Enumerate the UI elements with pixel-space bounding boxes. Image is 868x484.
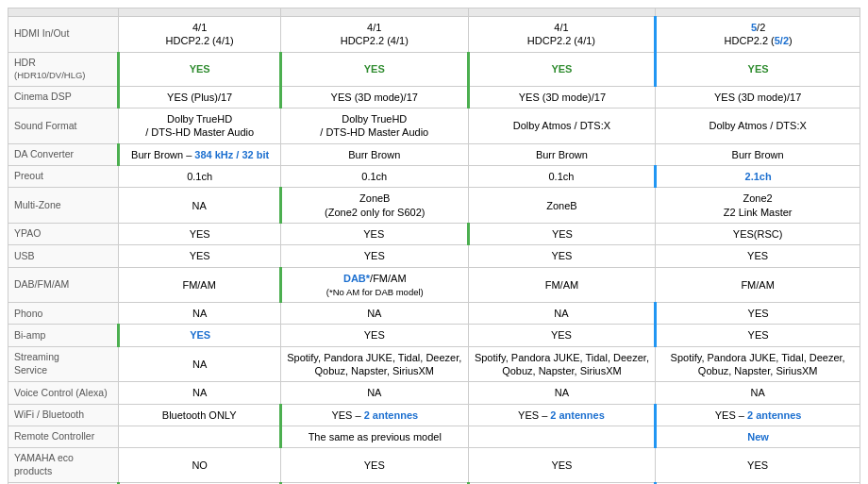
v685-cell: Dolby Atmos / DTS:X	[656, 108, 860, 144]
v385-cell	[119, 426, 281, 447]
v585-cell: YES	[468, 245, 656, 267]
feature-cell: USB	[8, 245, 119, 267]
v385-cell: YES	[119, 52, 281, 86]
v385-cell: Burr Brown – 384 kHz / 32 bit	[119, 143, 281, 165]
table-row: Remote ControllerThe same as previous mo…	[8, 426, 860, 447]
v585-cell: 0.1ch	[468, 166, 656, 188]
v585-cell: YES	[468, 325, 656, 346]
feature-cell: Sound Format	[8, 108, 119, 144]
table-row: Bi-ampYESYESYESYES	[8, 325, 860, 346]
feature-cell: Cinema DSP	[8, 86, 119, 108]
v385-cell: YES	[119, 245, 281, 267]
table-row: StreamingServiceNASpotify, Pandora JUKE,…	[8, 346, 860, 382]
feature-cell: Phono	[8, 303, 119, 325]
feature-cell: YAMAHA eco products	[8, 448, 119, 482]
v585-cell: YES	[468, 448, 656, 482]
v485-cell: Burr Brown	[280, 143, 468, 165]
v385-cell: FM/AM	[119, 267, 281, 303]
table-row: YPAOYESYESYESYES(RSC)	[8, 223, 860, 244]
v485-cell: YES – 2 antennes	[280, 404, 468, 426]
v485-cell: YES	[280, 223, 468, 244]
header-feature	[8, 8, 119, 17]
v585-cell: Dolby Atmos / DTS:X	[468, 108, 656, 144]
v685-cell: YES(RSC)	[656, 223, 860, 244]
table-row: Sound FormatDolby TrueHD/ DTS-HD Master …	[8, 108, 860, 144]
v585-cell: ZoneB	[468, 188, 656, 224]
header-v685	[656, 8, 860, 17]
v685-cell: YES	[656, 303, 860, 325]
v385-cell: NO	[119, 448, 281, 482]
v485-cell: 4/1HDCP2.2 (4/1)	[280, 17, 468, 53]
v685-cell: 5/2HDCP2.2 (5/2)	[656, 17, 860, 53]
v685-cell: 2.1ch	[656, 166, 860, 188]
v585-cell: YES	[468, 52, 656, 86]
feature-cell: Bi-amp	[8, 325, 119, 346]
v585-cell: YES – 2 antennes	[468, 404, 656, 426]
v385-cell: YES (Plus)/17	[119, 86, 281, 108]
table-row: WiFi / BluetoothBluetooth ONLYYES – 2 an…	[8, 404, 860, 426]
table-row: Preout0.1ch0.1ch0.1ch2.1ch	[8, 166, 860, 188]
table-row: PhonoNANANAYES	[8, 303, 860, 325]
v685-cell: NA	[656, 382, 860, 404]
feature-cell: YPAO	[8, 223, 119, 244]
v585-cell	[468, 426, 656, 447]
table-row: DA ConverterBurr Brown – 384 kHz / 32 bi…	[8, 143, 860, 165]
feature-cell: HDMI In/Out	[8, 17, 119, 53]
page: HDMI In/Out4/1HDCP2.2 (4/1)4/1HDCP2.2 (4…	[0, 0, 868, 484]
feature-cell: HDR(HDR10/DV/HLG)	[8, 52, 119, 86]
v485-cell: Spotify, Pandora JUKE, Tidal, Deezer,Qob…	[280, 346, 468, 382]
header-v585	[468, 8, 656, 17]
table-row: HDR(HDR10/DV/HLG)YESYESYESYES	[8, 52, 860, 86]
v385-cell: 0.1ch	[119, 166, 281, 188]
v685-cell: FM/AM	[656, 267, 860, 303]
v585-cell: FM/AM	[468, 267, 656, 303]
v485-cell: NA	[280, 303, 468, 325]
v485-cell: YES	[280, 325, 468, 346]
header-v485	[280, 8, 468, 17]
feature-cell: Remote Controller	[8, 426, 119, 447]
v485-cell: DAB*/FM/AM(*No AM for DAB model)	[280, 267, 468, 303]
v385-cell: NA	[119, 188, 281, 224]
v385-cell: 4/1HDCP2.2 (4/1)	[119, 17, 281, 53]
v685-cell: Burr Brown	[656, 143, 860, 165]
v485-cell: YES	[280, 245, 468, 267]
v685-cell: Spotify, Pandora JUKE, Tidal, Deezer,Qob…	[656, 346, 860, 382]
header-row	[8, 8, 860, 17]
v485-cell: YES	[280, 448, 468, 482]
v585-cell: Spotify, Pandora JUKE, Tidal, Deezer,Qob…	[468, 346, 656, 382]
v385-cell: YES	[119, 223, 281, 244]
v585-cell: YES (3D mode)/17	[468, 86, 656, 108]
v685-cell: New	[656, 426, 860, 447]
v485-cell: YES	[280, 52, 468, 86]
v685-cell: YES (3D mode)/17	[656, 86, 860, 108]
v385-cell: YES	[119, 325, 281, 346]
v685-cell: YES	[656, 52, 860, 86]
table-row: Voice Control (Alexa)NANANANA	[8, 382, 860, 404]
feature-cell: Preout	[8, 166, 119, 188]
v685-cell: YES	[656, 448, 860, 482]
v485-cell: 0.1ch	[280, 166, 468, 188]
table-row: YAMAHA eco productsNOYESYESYES	[8, 448, 860, 482]
comparison-table: HDMI In/Out4/1HDCP2.2 (4/1)4/1HDCP2.2 (4…	[8, 8, 860, 484]
v385-cell: NA	[119, 382, 281, 404]
v385-cell: Dolby TrueHD/ DTS-HD Master Audio	[119, 108, 281, 144]
table-row: HDMI In/Out4/1HDCP2.2 (4/1)4/1HDCP2.2 (4…	[8, 17, 860, 53]
v385-cell: NA	[119, 303, 281, 325]
v585-cell: NA	[468, 382, 656, 404]
v585-cell: Burr Brown	[468, 143, 656, 165]
feature-cell: Multi-Zone	[8, 188, 119, 224]
v485-cell: NA	[280, 382, 468, 404]
table-row: Multi-ZoneNAZoneB(Zone2 only for S602)Zo…	[8, 188, 860, 224]
feature-cell: DAB/FM/AM	[8, 267, 119, 303]
v685-cell: YES	[656, 325, 860, 346]
feature-cell: Voice Control (Alexa)	[8, 382, 119, 404]
v585-cell: 4/1HDCP2.2 (4/1)	[468, 17, 656, 53]
table-row: DAB/FM/AMFM/AMDAB*/FM/AM(*No AM for DAB …	[8, 267, 860, 303]
table-row: Cinema DSPYES (Plus)/17YES (3D mode)/17Y…	[8, 86, 860, 108]
feature-cell: DA Converter	[8, 143, 119, 165]
v685-cell: YES	[656, 245, 860, 267]
v485-cell: Dolby TrueHD/ DTS-HD Master Audio	[280, 108, 468, 144]
v385-cell: Bluetooth ONLY	[119, 404, 281, 426]
feature-cell: WiFi / Bluetooth	[8, 404, 119, 426]
v585-cell: NA	[468, 303, 656, 325]
